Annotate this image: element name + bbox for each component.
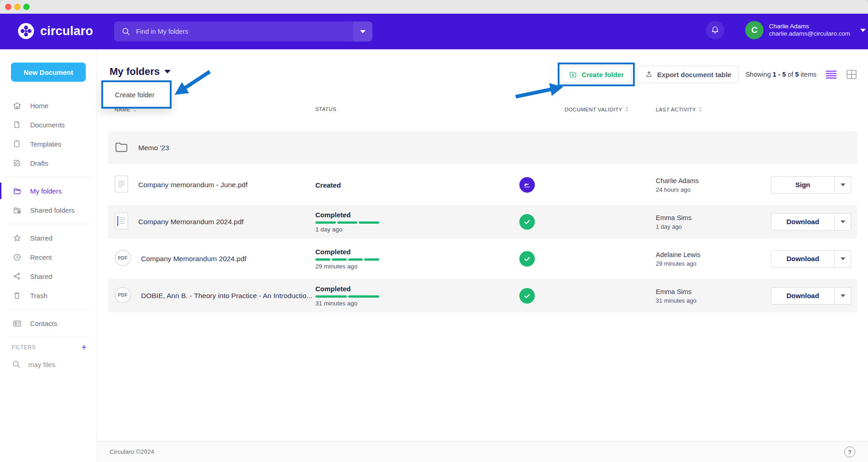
annotation-box-create-folder: Create folder — [558, 63, 635, 86]
user-name: Charlie Adams — [769, 23, 850, 30]
sort-icon — [625, 106, 629, 112]
document-row[interactable]: PDFCompany Memorandum 2024.pdfCompleted2… — [108, 242, 857, 275]
approved-check-icon — [519, 251, 535, 267]
folder-icon — [12, 186, 22, 196]
sidebar-item-starred[interactable]: Starred — [0, 228, 97, 247]
item-name: Memo '23 — [138, 144, 169, 152]
column-header-last-activity[interactable]: LAST ACTIVITY — [656, 106, 702, 112]
approved-check-icon — [519, 214, 535, 230]
chevron-down-icon — [841, 184, 845, 186]
search-input[interactable] — [136, 28, 353, 35]
document-row[interactable]: Company memorandum - June.pdfCreatedChar… — [108, 168, 857, 201]
saved-filter-may-files[interactable]: may files — [0, 360, 97, 369]
action-dropdown-button[interactable] — [835, 287, 851, 304]
sidebar-item-documents[interactable]: Documents — [0, 115, 97, 134]
search-scope-dropdown[interactable] — [353, 21, 372, 42]
user-menu[interactable]: C Charlie Adams charlie.adams@circularo.… — [745, 21, 866, 39]
sidebar-item-drafts[interactable]: Drafts — [0, 153, 97, 173]
grid-view-toggle[interactable] — [846, 69, 857, 79]
sidebar-item-recent[interactable]: Recent — [0, 247, 97, 267]
sidebar-divider — [6, 224, 90, 224]
showing-items-count: Showing 1 - 5 of 5 items — [745, 71, 816, 78]
action-dropdown-button[interactable] — [835, 176, 851, 194]
sidebar-item-home[interactable]: Home — [0, 96, 97, 115]
action-dropdown-button[interactable] — [835, 250, 851, 268]
sidebar-item-contacts[interactable]: Contacts — [0, 314, 97, 333]
sign-button[interactable]: Sign — [771, 176, 835, 194]
export-document-table-button[interactable]: Export document table — [637, 66, 739, 83]
main-content: My folders Create folder Create folder E… — [97, 49, 868, 462]
status-label: Completed — [315, 211, 395, 219]
sidebar: New Document HomeDocumentsTemplatesDraft… — [0, 49, 97, 462]
page-title-dropdown[interactable]: My folders — [110, 66, 171, 78]
star-icon — [12, 233, 22, 243]
item-name: Company Memorandum 2024.pdf — [138, 218, 244, 226]
sidebar-item-templates[interactable]: Templates — [0, 134, 97, 153]
close-window-button[interactable] — [5, 4, 11, 10]
add-filter-button[interactable]: + — [81, 343, 87, 352]
filters-label: FILTERS — [12, 344, 36, 351]
download-button[interactable]: Download — [771, 213, 835, 231]
export-label: Export document table — [657, 71, 732, 79]
avatar: C — [745, 21, 763, 39]
app-header: circularo C Charlie Adams charlie.adams@… — [0, 14, 868, 49]
doc-thumb-icon — [115, 212, 128, 231]
global-search — [114, 21, 372, 42]
search-icon — [12, 360, 21, 369]
sidebar-item-label: Starred — [30, 234, 52, 242]
sidebar-item-label: Documents — [30, 121, 65, 129]
progress-segment — [364, 258, 379, 261]
help-button[interactable]: ? — [844, 446, 855, 457]
action-cell: Download — [771, 287, 851, 304]
folder-row[interactable]: Memo '23 — [108, 131, 857, 164]
name-cell: PDFDOBIE, Ann B. - Theory into Practice … — [115, 279, 311, 312]
brand-logo[interactable]: circularo — [17, 22, 93, 40]
document-row[interactable]: PDFDOBIE, Ann B. - Theory into Practice … — [108, 279, 857, 312]
contact-card-icon — [12, 318, 22, 328]
sidebar-item-shared[interactable]: Shared — [0, 267, 97, 286]
menu-item-create-folder[interactable]: Create folder — [103, 82, 170, 107]
activity-user: Emma Sims — [656, 288, 696, 295]
user-email: charlie.adams@circularo.com — [769, 30, 850, 37]
sort-icon — [698, 106, 702, 112]
validity-cell — [519, 214, 535, 230]
status-cell: Completed31 minutes ago — [315, 285, 395, 307]
download-button[interactable]: Download — [771, 250, 835, 268]
item-name: Company memorandum - June.pdf — [138, 181, 248, 189]
status-label: Completed — [315, 248, 395, 256]
notifications-button[interactable] — [706, 21, 724, 39]
list-view-toggle[interactable] — [826, 69, 837, 79]
sidebar-item-trash[interactable]: Trash — [0, 286, 97, 305]
progress-segment — [315, 295, 347, 298]
home-icon — [12, 100, 22, 110]
filters-header: FILTERS+ — [0, 341, 97, 352]
sidebar-nav: HomeDocumentsTemplatesDraftsMy foldersSh… — [0, 96, 97, 369]
name-cell: PDFCompany Memorandum 2024.pdf — [115, 242, 246, 275]
activity-time: 29 minutes ago — [656, 260, 701, 267]
progress-segment — [348, 295, 380, 298]
new-document-button[interactable]: New Document — [11, 63, 86, 82]
action-cell: Download — [771, 213, 851, 231]
column-header-status[interactable]: STATUS — [315, 106, 336, 112]
sidebar-item-shared-folders[interactable]: Shared folders — [0, 200, 97, 220]
document-row[interactable]: Company Memorandum 2024.pdfCompleted1 da… — [108, 205, 857, 238]
zoom-window-button[interactable] — [23, 4, 30, 10]
progress-segment — [315, 258, 330, 261]
sidebar-item-my-folders[interactable]: My folders — [0, 181, 97, 200]
app-window: circularo C Charlie Adams charlie.adams@… — [0, 0, 868, 462]
activity-user: Adelaine Lewis — [656, 251, 701, 258]
chevron-down-icon — [841, 294, 845, 297]
action-cell: Download — [771, 250, 851, 268]
sidebar-item-label: Contacts — [30, 320, 57, 327]
progress-segment — [337, 221, 358, 224]
sidebar-divider — [6, 337, 90, 337]
create-folder-button[interactable]: Create folder — [561, 66, 632, 83]
progress-bar — [315, 221, 379, 224]
share-icon — [12, 271, 22, 281]
action-dropdown-button[interactable] — [835, 213, 851, 231]
download-button[interactable]: Download — [771, 287, 835, 304]
minimize-window-button[interactable] — [14, 4, 21, 10]
annotation-box-dropdown: Create folder — [101, 80, 172, 109]
chevron-down-icon — [164, 70, 171, 74]
column-header-document-validity[interactable]: DOCUMENT VALIDITY — [565, 106, 629, 112]
